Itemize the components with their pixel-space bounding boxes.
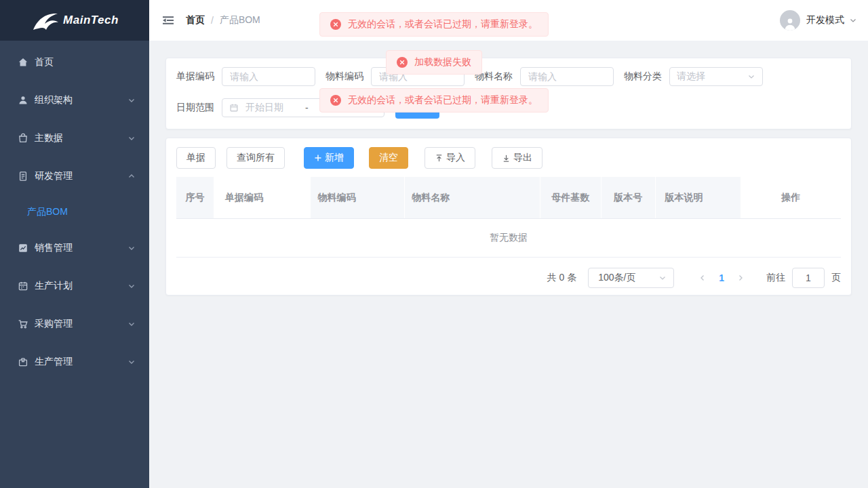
column-header-material-code[interactable]: 物料编码: [311, 177, 406, 218]
doc-code-input[interactable]: [222, 67, 315, 86]
chevron-down-icon: [849, 16, 857, 24]
breadcrumb-separator: /: [211, 15, 214, 26]
import-button[interactable]: 导入: [425, 147, 475, 169]
avatar: [780, 10, 800, 30]
column-spacer: [735, 177, 741, 218]
select-placeholder: 请选择: [677, 70, 705, 83]
table-panel: 单据 查询所有 新增 清空 导入 导出 序号 单据编码: [165, 138, 852, 296]
column-header-index[interactable]: 序号: [176, 177, 214, 218]
logo-swoosh-icon: [31, 7, 62, 33]
sidebar-nav: 首页 组织架构 主数据 研发管理: [0, 41, 149, 381]
clear-button[interactable]: 清空: [369, 147, 408, 169]
sidebar-collapse-icon[interactable]: [161, 14, 175, 27]
page-unit-label: 页: [831, 272, 841, 284]
sidebar-item-org[interactable]: 组织架构: [0, 81, 149, 119]
sidebar-item-label: 组织架构: [35, 94, 127, 106]
chevron-down-icon: [127, 320, 136, 328]
toast-text: 加载数据失败: [414, 56, 471, 68]
upload-icon: [435, 154, 443, 163]
calendar-icon: [229, 103, 239, 113]
field-label: 物料分类: [624, 70, 662, 83]
material-name-input[interactable]: [520, 67, 614, 86]
chevron-down-icon: [127, 134, 136, 142]
sidebar: MainTech 首页 组织架构 主数据: [0, 0, 149, 488]
chart-icon: [18, 243, 28, 253]
toast-text: 无效的会话，或者会话已过期，请重新登录。: [348, 94, 538, 106]
export-button[interactable]: 导出: [492, 147, 542, 169]
download-icon: [502, 154, 511, 163]
document-icon: [18, 171, 28, 182]
user-menu[interactable]: 开发模式: [780, 10, 857, 30]
date-separator: -: [305, 102, 309, 113]
sidebar-subitem-label: 产品BOM: [27, 206, 68, 218]
column-header-actions[interactable]: 操作: [741, 177, 841, 218]
sidebar-item-rd-management[interactable]: 研发管理: [0, 157, 149, 195]
date-start-placeholder: 开始日期: [245, 102, 305, 114]
error-icon: [330, 19, 341, 30]
sidebar-item-production-plan[interactable]: 生产计划: [0, 267, 149, 305]
page-size-select[interactable]: 100条/页: [588, 268, 674, 288]
next-page-icon[interactable]: [732, 274, 749, 282]
column-header-doc-code[interactable]: 单据编码: [214, 177, 311, 218]
column-header-parent-base[interactable]: 母件基数: [540, 177, 601, 218]
box-icon: [18, 357, 28, 367]
error-icon: [397, 57, 408, 68]
error-toast: 无效的会话，或者会话已过期，请重新登录。: [319, 12, 549, 37]
pagination: 共 0 条 100条/页 1 前往 页: [176, 268, 841, 288]
chevron-down-icon: [658, 274, 667, 282]
home-icon: [18, 57, 28, 68]
prev-page-icon[interactable]: [694, 274, 711, 282]
logo-text: MainTech: [63, 14, 119, 27]
table-header: 序号 单据编码 物料编码 物料名称 母件基数 版本号 版本说明 操作: [176, 177, 841, 219]
toast-text: 无效的会话，或者会话已过期，请重新登录。: [348, 18, 538, 30]
sidebar-item-sales[interactable]: 销售管理: [0, 229, 149, 267]
chevron-up-icon: [127, 172, 136, 180]
goto-label: 前往: [766, 272, 785, 284]
sidebar-item-master-data[interactable]: 主数据: [0, 119, 149, 157]
add-button[interactable]: 新增: [304, 147, 354, 169]
user-icon: [18, 95, 28, 106]
calendar-icon: [18, 281, 28, 291]
sidebar-item-label: 首页: [35, 56, 136, 68]
chevron-down-icon: [127, 282, 136, 290]
sidebar-item-label: 主数据: [35, 132, 127, 144]
field-label: 单据编码: [176, 70, 214, 83]
sidebar-item-label: 生产管理: [35, 356, 127, 368]
field-label: 日期范围: [176, 102, 214, 114]
breadcrumb-home[interactable]: 首页: [186, 14, 205, 26]
error-toast: 无效的会话，或者会话已过期，请重新登录。: [319, 88, 549, 113]
current-page[interactable]: 1: [711, 272, 732, 283]
table-toolbar: 单据 查询所有 新增 清空 导入 导出: [176, 147, 841, 169]
chevron-down-icon: [127, 96, 136, 104]
query-all-button[interactable]: 查询所有: [226, 147, 285, 169]
chevron-down-icon: [747, 73, 755, 81]
sidebar-subitem-product-bom[interactable]: 产品BOM: [0, 195, 149, 229]
sidebar-item-label: 采购管理: [35, 318, 127, 330]
sidebar-item-label: 销售管理: [35, 242, 127, 254]
user-mode-label: 开发模式: [806, 14, 844, 26]
error-icon: [330, 95, 341, 106]
cart-icon: [18, 319, 28, 329]
goto-page-input[interactable]: [792, 268, 825, 288]
pagination-total: 共 0 条: [547, 272, 577, 284]
chevron-down-icon: [127, 358, 136, 366]
column-header-version-desc[interactable]: 版本说明: [656, 177, 736, 218]
sidebar-item-purchasing[interactable]: 采购管理: [0, 305, 149, 343]
chevron-down-icon: [127, 244, 136, 252]
document-button[interactable]: 单据: [176, 147, 216, 169]
sidebar-item-home[interactable]: 首页: [0, 43, 149, 81]
error-toast: 加载数据失败: [386, 50, 482, 75]
sidebar-item-label: 研发管理: [35, 170, 127, 182]
table-empty-state: 暂无数据: [176, 219, 841, 258]
sidebar-item-label: 生产计划: [35, 280, 127, 292]
breadcrumb-current: 产品BOM: [220, 14, 260, 26]
column-header-version[interactable]: 版本号: [601, 177, 656, 218]
breadcrumb: 首页 / 产品BOM: [186, 14, 260, 26]
bag-icon: [18, 133, 28, 144]
page-size-value: 100条/页: [598, 272, 635, 284]
plus-icon: [314, 154, 322, 162]
app-logo: MainTech: [0, 0, 149, 41]
column-header-material-name[interactable]: 物料名称: [405, 177, 540, 218]
sidebar-item-production-mgmt[interactable]: 生产管理: [0, 343, 149, 381]
material-category-select[interactable]: 请选择: [669, 67, 763, 86]
